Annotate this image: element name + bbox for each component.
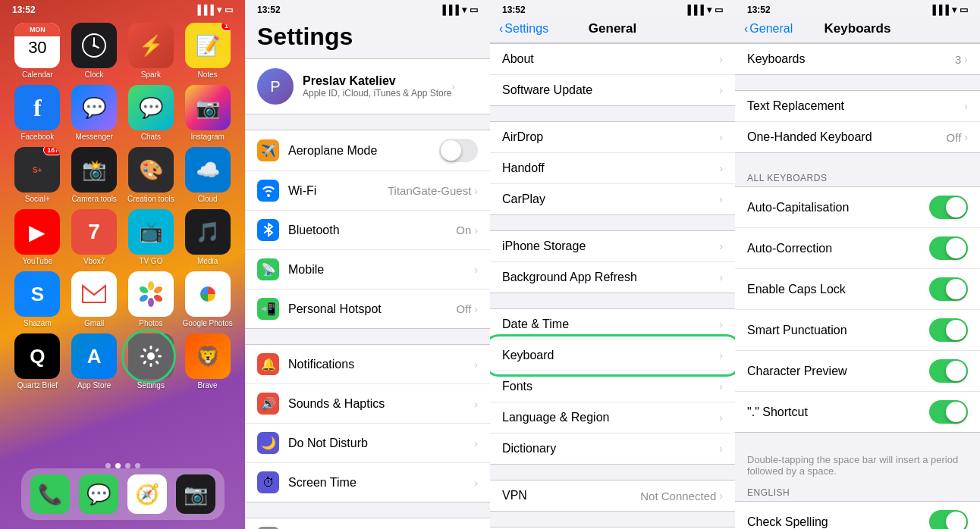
smart-punct-toggle[interactable] (929, 318, 968, 342)
settings-row-mobile[interactable]: 📡 Mobile › (245, 250, 490, 290)
one-handed-keyboard-row[interactable]: One-Handed Keyboard Off › (735, 122, 980, 152)
keyboards-back-label: General (749, 22, 793, 36)
keyboards-scroll[interactable]: Keyboards 3 › Text Replacement › One-Han… (735, 43, 980, 529)
check-spelling-row[interactable]: Check Spelling (735, 502, 980, 529)
app-camera-tools[interactable]: 📸 Camera tools (69, 147, 120, 203)
keyboards-top-section: Keyboards 3 › (735, 43, 980, 75)
keyboards-panel: 13:52 ▐▐▐ ▾ ▭ ‹ General Keyboards Keyboa… (735, 0, 980, 529)
vpn-chevron: › (719, 490, 723, 502)
keyboards-back-button[interactable]: ‹ General (744, 22, 793, 36)
svg-point-7 (148, 298, 154, 307)
settings-profile[interactable]: P Preslav Kateliev Apple ID, iCloud, iTu… (245, 58, 490, 114)
general-row-vpn[interactable]: VPN Not Connected › (490, 480, 735, 511)
app-youtube[interactable]: ▶ YouTube (12, 209, 63, 265)
app-brave[interactable]: 🦁 Brave (182, 333, 233, 390)
settings-scroll[interactable]: P Preslav Kateliev Apple ID, iCloud, iTu… (245, 58, 490, 529)
app-shazam[interactable]: S Shazam (12, 271, 63, 327)
app-chats[interactable]: 💬 Chats (126, 85, 177, 141)
settings-row-wifi[interactable]: Wi-Fi TitanGate-Guest › (245, 171, 490, 211)
dock-safari[interactable]: 🧭 (127, 474, 167, 514)
app-messenger[interactable]: 💬 Messenger (69, 85, 120, 141)
app-quartz-label: Quartz Brief (17, 381, 58, 390)
dock-messages[interactable]: 💬 (79, 474, 118, 514)
app-calendar[interactable]: MON 30 Calendar (12, 23, 63, 79)
svg-rect-18 (143, 348, 147, 352)
app-vbox7[interactable]: 7 Vbox7 (69, 209, 120, 265)
settings-row-aeroplane[interactable]: ✈️ Aeroplane Mode (245, 130, 490, 171)
app-instagram[interactable]: 📷 Instagram (182, 85, 233, 141)
general-row-dictionary[interactable]: Dictionary › (490, 434, 735, 464)
notes-badge: 1 (221, 23, 231, 31)
period-shortcut-row[interactable]: "." Shortcut (735, 392, 980, 432)
general-row-software[interactable]: Software Update › (490, 75, 735, 105)
app-cloud[interactable]: ☁️ Cloud (182, 147, 233, 203)
text-replacement-row[interactable]: Text Replacement › (735, 91, 980, 122)
datetime-chevron: › (719, 318, 723, 330)
settings-row-bluetooth[interactable]: Bluetooth On › (245, 211, 490, 250)
settings-row-dnd[interactable]: 🌙 Do Not Disturb › (245, 424, 490, 463)
enable-caps-row[interactable]: Enable Caps Lock (735, 269, 980, 310)
general-row-language[interactable]: Language & Region › (490, 402, 735, 434)
hotspot-row-icon: 📲 (257, 298, 279, 320)
app-settings[interactable]: Settings (126, 333, 177, 390)
period-shortcut-toggle[interactable] (929, 400, 968, 424)
settings-row-hotspot[interactable]: 📲 Personal Hotspot Off › (245, 290, 490, 328)
dock-phone[interactable]: 📞 (30, 474, 70, 514)
settings-time: 13:52 (257, 5, 281, 15)
auto-correct-toggle[interactable] (929, 236, 968, 260)
aeroplane-toggle[interactable] (439, 139, 478, 162)
smart-punctuation-row[interactable]: Smart Punctuation (735, 310, 980, 351)
app-clock[interactable]: Clock (69, 23, 120, 79)
page-dots (105, 463, 140, 468)
app-media[interactable]: 🎵 Media (182, 209, 233, 265)
app-facebook[interactable]: f Facebook (12, 85, 63, 141)
hotspot-chevron: › (474, 303, 478, 315)
app-notes[interactable]: 📝 1 Notes (182, 23, 233, 79)
settings-wifi: ▾ (462, 5, 466, 15)
svg-point-6 (152, 293, 163, 303)
general-back-button[interactable]: ‹ Settings (499, 22, 548, 36)
char-preview-toggle[interactable] (929, 359, 968, 383)
general-row-iphone-storage[interactable]: iPhone Storage › (490, 231, 735, 262)
dot-3 (125, 463, 130, 468)
app-appstore[interactable]: A App Store (69, 333, 120, 390)
general-row-carplay[interactable]: CarPlay › (490, 184, 735, 214)
app-chats-label: Chats (141, 133, 161, 141)
auto-cap-toggle[interactable] (929, 196, 968, 219)
dock-camera[interactable]: 📷 (176, 474, 215, 514)
auto-correct-row[interactable]: Auto-Correction (735, 228, 980, 269)
check-spelling-toggle[interactable] (929, 510, 968, 529)
app-quartz[interactable]: Q Quartz Brief (12, 333, 63, 390)
settings-row-sounds[interactable]: 🔊 Sounds & Haptics › (245, 384, 490, 424)
back-chevron-icon: ‹ (499, 22, 503, 36)
settings-row-general[interactable]: General › (245, 518, 490, 529)
auto-cap-row[interactable]: Auto-Capitalisation (735, 187, 980, 228)
settings-row-notifications[interactable]: 🔔 Notifications › (245, 345, 490, 384)
sounds-row-icon: 🔊 (257, 393, 279, 415)
general-scroll[interactable]: About › Software Update › AirDrop › Hand… (490, 43, 735, 529)
app-social[interactable]: S+ 167 Social+ (12, 147, 63, 203)
screentime-label: Screen Time (288, 476, 474, 490)
caps-lock-toggle[interactable] (929, 277, 968, 301)
general-row-handoff[interactable]: Handoff › (490, 153, 735, 184)
general-row-datetime[interactable]: Date & Time › (490, 309, 735, 340)
general-row-fonts[interactable]: Fonts › (490, 371, 735, 402)
general-row-keyboard[interactable]: Keyboard › (490, 340, 735, 371)
app-brave-label: Brave (198, 381, 218, 390)
general-row-airdrop[interactable]: AirDrop › (490, 122, 735, 153)
general-row-bg-refresh[interactable]: Background App Refresh › (490, 262, 735, 293)
svg-point-8 (138, 293, 149, 303)
general-nav-title: General (589, 21, 636, 36)
app-gmail-label: Gmail (84, 319, 104, 327)
app-spark[interactable]: ⚡ Spark (126, 23, 177, 79)
general-row-about[interactable]: About › (490, 44, 735, 75)
keyboards-count-row[interactable]: Keyboards 3 › (735, 44, 980, 74)
settings-status-bar: 13:52 ▐▐▐ ▾ ▭ (245, 0, 490, 17)
app-gmail[interactable]: Gmail (69, 271, 120, 327)
app-gphotos[interactable]: Google Photos (182, 271, 233, 327)
app-tvgo[interactable]: 📺 TV GO (126, 209, 177, 265)
app-creation-tools[interactable]: 🎨 Creation tools (126, 147, 177, 203)
char-preview-row[interactable]: Character Preview (735, 351, 980, 392)
settings-row-screentime[interactable]: ⏱ Screen Time › (245, 463, 490, 502)
app-photos[interactable]: Photos (126, 271, 177, 327)
